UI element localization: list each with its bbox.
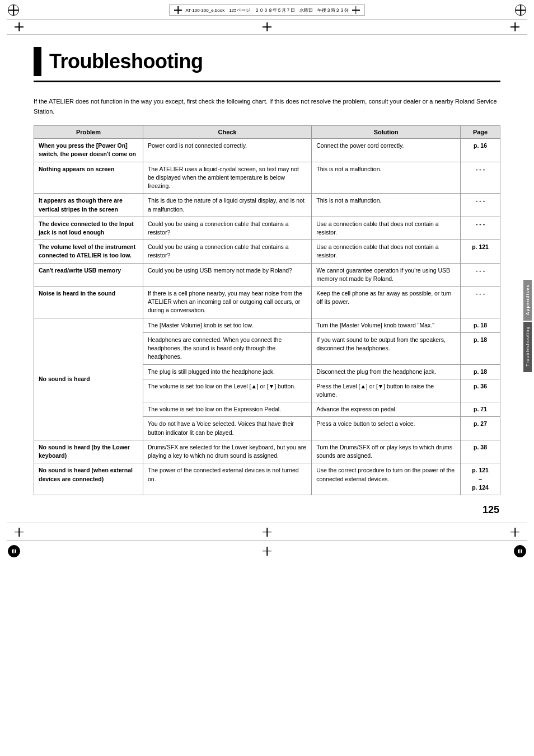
col-header-check: Check xyxy=(143,126,311,139)
check-cell-13: Drums/SFX are selected for the Lower key… xyxy=(143,440,311,463)
col-header-problem: Problem xyxy=(34,126,143,139)
page-cell-10: p. 36 xyxy=(461,379,500,402)
table-row: The device connected to the Input jack i… xyxy=(34,217,500,240)
check-cell-9: The plug is still plugged into the headp… xyxy=(143,364,311,379)
side-tab: Appendices Troubleshooting xyxy=(521,280,534,372)
appendices-label: Appendices xyxy=(525,284,530,315)
cross-top-center xyxy=(263,22,271,31)
check-cell-8: Headphones are connected. When you conne… xyxy=(143,332,311,364)
check-cell-4: Could you be using a connection cable th… xyxy=(143,240,311,263)
solution-cell-12: Press a voice button to select a voice. xyxy=(312,417,461,440)
problem-cell-7: No sound is heard xyxy=(34,318,143,440)
table-row: Noise is heard in the soundIf there is a… xyxy=(34,287,500,318)
page-cell-7: p. 18 xyxy=(461,318,500,332)
cross-mark-header-right xyxy=(352,6,360,14)
solution-cell-9: Disconnect the plug from the headphone j… xyxy=(312,364,461,379)
cross-bottom-center-2 xyxy=(263,547,271,556)
page-number: 125 xyxy=(483,504,499,516)
check-cell-11: The volume is set too low on the Express… xyxy=(143,402,311,417)
table-row: The volume level of the instrument conne… xyxy=(34,240,500,263)
troubleshooting-label: Troubleshooting xyxy=(525,326,530,367)
solution-cell-8: If you want sound to be output from the … xyxy=(312,332,461,364)
cross-mark-header xyxy=(174,6,182,14)
cross-bottom-center xyxy=(263,528,271,537)
problem-cell-5: Can't read/write USB memory xyxy=(34,263,143,286)
problem-cell-3: The device connected to the Input jack i… xyxy=(34,217,143,240)
solution-cell-10: Press the Level [▲] or [▼] button to rai… xyxy=(312,379,461,402)
page-title: Troubleshooting xyxy=(49,50,203,73)
solution-cell-13: Turn the Drums/SFX off or play keys to w… xyxy=(312,440,461,463)
solution-cell-5: We cannot guarantee operation if you're … xyxy=(312,263,461,286)
check-cell-0: Power cord is not connected correctly. xyxy=(143,139,311,162)
page-cell-12: p. 27 xyxy=(461,417,500,440)
problem-cell-13: No sound is heard (by the Lower keyboard… xyxy=(34,440,143,463)
solution-cell-4: Use a connection cable that does not con… xyxy=(312,240,461,263)
table-row: When you press the [Power On] switch, th… xyxy=(34,139,500,162)
page-cell-9: p. 18 xyxy=(461,364,500,379)
page-cell-8: p. 18 xyxy=(461,332,500,364)
solution-cell-2: This is not a malfunction. xyxy=(312,194,461,217)
cross-top-left xyxy=(15,22,24,31)
solution-cell-6: Keep the cell phone as far away as possi… xyxy=(312,287,461,318)
check-cell-3: Could you be using a connection cable th… xyxy=(143,217,311,240)
check-cell-14: The power of the connected external devi… xyxy=(143,463,311,495)
cross-top-right xyxy=(510,22,519,31)
check-cell-12: You do not have a Voice selected. Voices… xyxy=(143,417,311,440)
table-row: Can't read/write USB memoryCould you be … xyxy=(34,263,500,286)
title-accent-bar xyxy=(34,47,41,76)
solution-cell-14: Use the correct procedure to turn on the… xyxy=(312,463,461,495)
table-row: No sound is heard (by the Lower keyboard… xyxy=(34,440,500,463)
table-row: Nothing appears on screenThe ATELIER use… xyxy=(34,162,500,194)
solution-cell-11: Advance the expression pedal. xyxy=(312,402,461,417)
page-cell-2: - - - xyxy=(461,194,500,217)
problem-cell-0: When you press the [Power On] switch, th… xyxy=(34,139,143,162)
check-cell-5: Could you be using USB memory not made b… xyxy=(143,263,311,286)
check-cell-10: The volume is set too low on the Level [… xyxy=(143,379,311,402)
reg-mark-bottom-right xyxy=(514,545,526,557)
page-cell-3: - - - xyxy=(461,217,500,240)
problem-cell-14: No sound is heard (when external devices… xyxy=(34,463,143,495)
page-cell-0: p. 16 xyxy=(461,139,500,162)
check-cell-7: The [Master Volume] knob is set too low. xyxy=(143,318,311,332)
page-cell-6: - - - xyxy=(461,287,500,318)
title-bar: Troubleshooting xyxy=(34,47,500,82)
solution-cell-7: Turn the [Master Volume] knob toward "Ma… xyxy=(312,318,461,332)
solution-cell-3: Use a connection cable that does not con… xyxy=(312,217,461,240)
table-row: It appears as though there are vertical … xyxy=(34,194,500,217)
reg-mark-bottom-left xyxy=(8,545,20,557)
page-cell-13: p. 38 xyxy=(461,440,500,463)
solution-cell-1: This is not a malfunction. xyxy=(312,162,461,194)
reg-mark-top-left xyxy=(8,4,19,16)
col-header-page: Page xyxy=(461,126,500,139)
reg-mark-top-right xyxy=(515,4,526,16)
problem-cell-2: It appears as though there are vertical … xyxy=(34,194,143,217)
troubleshooting-table: Problem Check Solution Page When you pre… xyxy=(34,125,500,495)
cross-bottom-left xyxy=(15,528,24,537)
page-cell-11: p. 71 xyxy=(461,402,500,417)
problem-cell-6: Noise is heard in the sound xyxy=(34,287,143,318)
title-section: Troubleshooting xyxy=(0,36,534,97)
table-row: No sound is heardThe [Master Volume] kno… xyxy=(34,318,500,332)
col-header-solution: Solution xyxy=(312,126,461,139)
check-cell-2: This is due to the nature of a liquid cr… xyxy=(143,194,311,217)
problem-cell-1: Nothing appears on screen xyxy=(34,162,143,194)
page-cell-5: - - - xyxy=(461,263,500,286)
solution-cell-0: Connect the power cord correctly. xyxy=(312,139,461,162)
intro-paragraph: If the ATELIER does not function in the … xyxy=(0,97,534,125)
page-container: AT-100-300_e.book 125ページ ２００８年５月７日 水曜日 午… xyxy=(0,0,534,756)
page-cell-1: - - - xyxy=(461,162,500,194)
problem-cell-4: The volume level of the instrument conne… xyxy=(34,240,143,263)
header-file-info: AT-100-300_e.book 125ページ ２００８年５月７日 水曜日 午… xyxy=(185,7,348,13)
check-cell-6: If there is a cell phone nearby, you may… xyxy=(143,287,311,318)
table-row: No sound is heard (when external devices… xyxy=(34,463,500,495)
check-cell-1: The ATELIER uses a liquid-crystal screen… xyxy=(143,162,311,194)
page-cell-4: p. 121 xyxy=(461,240,500,263)
cross-bottom-right xyxy=(510,528,519,537)
page-cell-14: p. 121–p. 124 xyxy=(461,463,500,495)
